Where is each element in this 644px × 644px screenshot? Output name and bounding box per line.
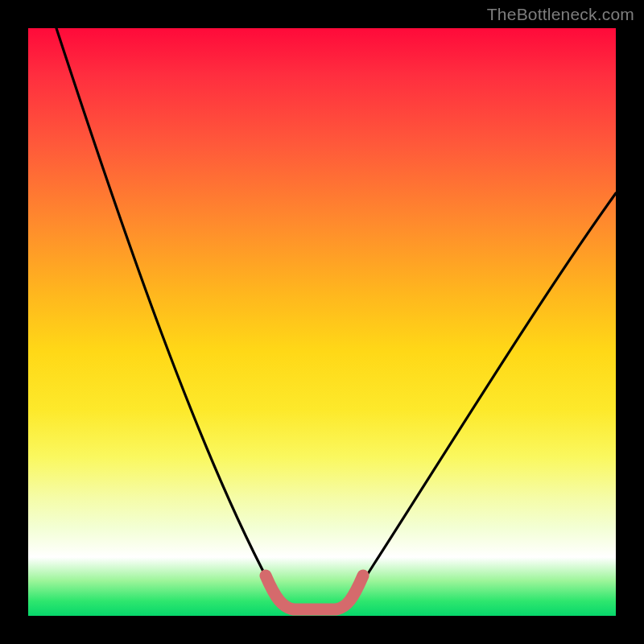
- curve-right: [342, 193, 616, 607]
- chart-curves: [28, 28, 616, 616]
- chart-frame: TheBottleneck.com: [0, 0, 644, 644]
- bottleneck-highlight: [266, 576, 363, 609]
- watermark-text: TheBottleneck.com: [487, 5, 634, 24]
- chart-plot-area: [28, 28, 616, 616]
- curve-left: [56, 28, 287, 607]
